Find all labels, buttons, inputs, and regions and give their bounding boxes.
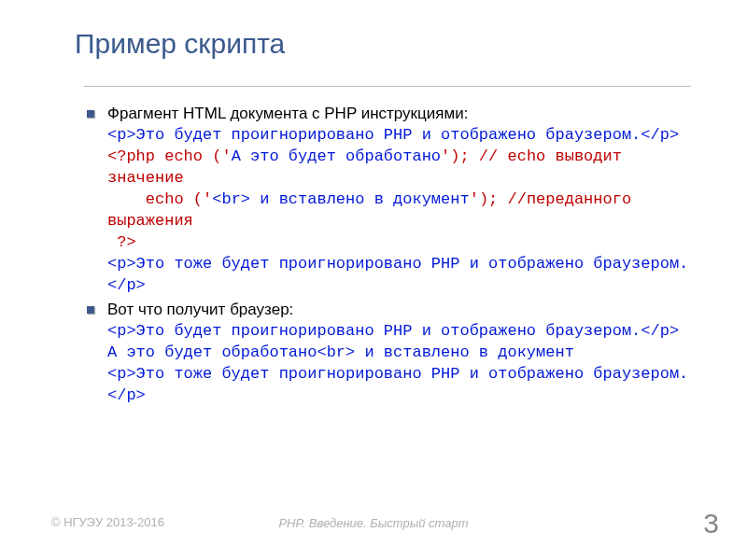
code-line: <?php echo ('	[107, 147, 232, 165]
code-line: А это будет обработано	[232, 147, 441, 165]
footer-subtitle: PHP. Введение. Быстрый старт	[0, 516, 747, 530]
code-line: <br> и вставлено в документ	[212, 190, 469, 208]
code-line: <p>Это тоже будет проигнорировано PHP и …	[107, 365, 688, 404]
page-number: 3	[703, 508, 719, 539]
slide: Пример скрипта Фрагмент HTML документа с…	[0, 0, 747, 560]
bullet-item-1: Фрагмент HTML документа с PHP инструкция…	[107, 104, 700, 296]
code-line: ?>	[107, 233, 136, 251]
code-block-1: <p>Это будет проигнорировано PHP и отобр…	[107, 125, 700, 297]
divider	[84, 86, 691, 87]
bullet-icon	[87, 110, 94, 118]
bullet1-intro: Фрагмент HTML документа с PHP инструкция…	[107, 104, 700, 125]
bullet-icon	[87, 306, 94, 314]
code-line: <p>Это тоже будет проигнорировано PHP и …	[107, 255, 688, 294]
bullet-item-2: Вот что получит браузер: <p>Это будет пр…	[107, 300, 700, 407]
code-line: echo ('	[107, 190, 212, 208]
bullet2-intro: Вот что получит браузер:	[107, 300, 700, 321]
code-line: <p>Это будет проигнорировано PHP и отобр…	[107, 322, 679, 340]
slide-content: Фрагмент HTML документа с PHP инструкция…	[107, 104, 700, 407]
slide-title: Пример скрипта	[75, 28, 700, 60]
code-block-2: <p>Это будет проигнорировано PHP и отобр…	[107, 321, 700, 407]
code-line: А это будет обработано<br> и вставлено в…	[107, 343, 574, 361]
code-line: <p>Это будет проигнорировано PHP и отобр…	[107, 126, 679, 144]
